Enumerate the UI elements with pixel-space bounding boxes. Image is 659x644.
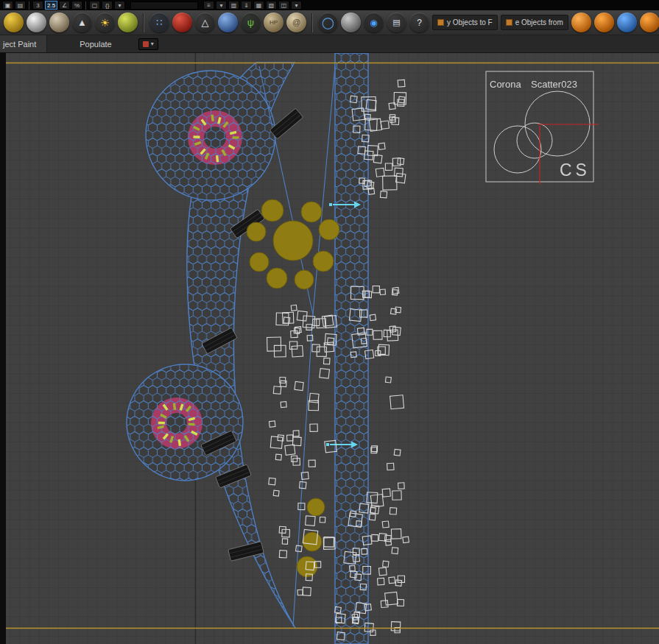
plant-canopy[interactable] bbox=[267, 268, 287, 289]
orange-sphere-icon[interactable] bbox=[571, 13, 591, 32]
nautilus-icon-glyph: @ bbox=[292, 18, 300, 26]
schematic-view-icon[interactable]: ▧ bbox=[266, 1, 277, 10]
angle-snap-toggle[interactable]: ∠ bbox=[59, 1, 70, 10]
logo-word-2: Scatter023 bbox=[531, 79, 577, 90]
fuzzy-ball-icon[interactable] bbox=[218, 13, 238, 32]
flower-tick bbox=[188, 422, 194, 425]
cone-icon-glyph: ▲ bbox=[77, 18, 87, 27]
toolbar-separator bbox=[85, 1, 86, 10]
pyramid-icon[interactable]: △ bbox=[195, 13, 215, 32]
hp-shell-icon[interactable]: HP bbox=[264, 13, 283, 32]
mirror-icon[interactable]: ≡ bbox=[203, 1, 214, 10]
help-icon[interactable]: ? bbox=[409, 13, 429, 32]
named-selection-icon[interactable]: {} bbox=[102, 1, 113, 10]
display-list-icon[interactable]: ▤ bbox=[387, 13, 406, 32]
snap-25d-toggle[interactable]: 2.5 bbox=[45, 1, 57, 10]
chevron-down-icon: ▾ bbox=[151, 40, 154, 47]
logo-word-1: Corona bbox=[490, 79, 521, 90]
planter-circle-top[interactable] bbox=[146, 71, 275, 200]
plant-canopy[interactable] bbox=[303, 532, 322, 551]
open-scene-icon[interactable]: ▤ bbox=[15, 1, 26, 10]
sphere-frame-icon[interactable] bbox=[341, 13, 361, 32]
align-dropdown[interactable]: ▾ bbox=[216, 1, 227, 10]
teapot-icon[interactable] bbox=[4, 13, 24, 32]
seashell-icon[interactable] bbox=[49, 13, 69, 32]
logo-monogram: CS bbox=[560, 160, 591, 180]
plant-canopy[interactable] bbox=[319, 219, 339, 240]
red-scatter-icon[interactable] bbox=[172, 13, 192, 32]
orange-sphere3-icon[interactable] bbox=[640, 13, 659, 32]
toolbar-dock-area[interactable] bbox=[130, 1, 198, 10]
material-editor-icon[interactable]: ◫ bbox=[278, 1, 289, 10]
grass-icon-glyph: ψ bbox=[247, 18, 254, 27]
dot-frame-icon-glyph: ◉ bbox=[370, 18, 377, 27]
dropdown-label: e Objects from bbox=[515, 18, 563, 26]
render-setup-dropdown[interactable]: ▾ bbox=[291, 1, 302, 10]
dots-grid-icon-glyph: ∷ bbox=[156, 18, 162, 27]
flower-tick bbox=[158, 422, 165, 425]
ring-icon-glyph: ◯ bbox=[322, 17, 334, 28]
display-list-icon-glyph: ▤ bbox=[392, 18, 400, 26]
viewport-grid bbox=[0, 53, 659, 644]
grass-icon[interactable]: ψ bbox=[241, 13, 261, 32]
main-toolbar: ▲☀∷△ψHP@◯◉▤?y Objects to Fe Objects from bbox=[0, 10, 659, 35]
pyramid-icon-glyph: △ bbox=[202, 18, 209, 27]
olive-sphere-icon[interactable] bbox=[118, 13, 138, 32]
viewport-left-edge bbox=[0, 53, 6, 644]
tab-object-paint[interactable]: ject Paint bbox=[0, 35, 47, 52]
globe-icon[interactable] bbox=[617, 13, 637, 32]
hp-shell-icon-glyph: HP bbox=[269, 20, 278, 26]
toolbar-separator bbox=[311, 13, 313, 32]
viewport-top[interactable]: Corona Scatter023 CS bbox=[0, 53, 659, 644]
dropdown-label: y Objects to F bbox=[447, 18, 493, 26]
toolbar-separator bbox=[29, 1, 29, 10]
new-scene-icon[interactable]: ▣ bbox=[2, 1, 13, 10]
flower-tick bbox=[233, 136, 239, 138]
graphite-ribbon-toggle[interactable]: ⇓ bbox=[241, 1, 252, 10]
plant-canopy[interactable] bbox=[250, 252, 269, 272]
copy-objects-dropdown[interactable]: y Objects to F bbox=[432, 15, 498, 30]
tab-populate[interactable]: Populate bbox=[69, 35, 121, 52]
snap-toolbar: ▣▤32.5∠%▢{}▾≡▾▥⇓▦▧◫▾ bbox=[0, 0, 659, 10]
plant-canopy[interactable] bbox=[307, 498, 325, 516]
sun-icon-glyph: ☀ bbox=[100, 18, 110, 28]
curve-editor-icon[interactable]: ▦ bbox=[253, 1, 264, 10]
nautilus-icon[interactable]: @ bbox=[286, 13, 306, 32]
viewport-canvas[interactable]: Corona Scatter023 CS bbox=[0, 53, 659, 644]
plant-canopy[interactable] bbox=[273, 221, 313, 261]
sun-icon[interactable]: ☀ bbox=[95, 13, 115, 32]
spinner-snap-toggle[interactable]: ▢ bbox=[89, 1, 100, 10]
sphere-icon[interactable] bbox=[27, 13, 46, 32]
planter-circle-bottom[interactable] bbox=[127, 364, 243, 481]
plant-canopy[interactable] bbox=[301, 202, 322, 222]
percent-snap-toggle[interactable]: % bbox=[71, 1, 82, 10]
plant-canopy[interactable] bbox=[313, 251, 334, 272]
dots-grid-icon[interactable]: ∷ bbox=[149, 13, 169, 32]
plant-canopy[interactable] bbox=[247, 222, 266, 241]
ribbon-overflow-button[interactable]: ▾ bbox=[138, 38, 158, 50]
plant-canopy[interactable] bbox=[261, 199, 283, 222]
selection-set-dropdown[interactable]: ▾ bbox=[114, 1, 125, 10]
toolbar-separator bbox=[143, 13, 144, 32]
objects-from-dropdown[interactable]: e Objects from bbox=[501, 15, 568, 30]
ribbon-tab-bar: ject Paint Populate ▾ bbox=[0, 35, 659, 53]
help-icon-glyph: ? bbox=[417, 18, 422, 27]
plant-canopy[interactable] bbox=[295, 270, 314, 289]
layer-manager-icon[interactable]: ▥ bbox=[228, 1, 239, 10]
cone-icon[interactable]: ▲ bbox=[72, 13, 92, 32]
dropdown-mini-icon bbox=[506, 19, 512, 26]
ring-icon[interactable]: ◯ bbox=[318, 13, 338, 32]
orange-sphere2-icon[interactable] bbox=[594, 13, 614, 32]
dropdown-mini-icon bbox=[437, 19, 444, 26]
flower-tick bbox=[193, 135, 200, 138]
ribbon-mini-icon bbox=[143, 41, 149, 47]
max-window: ▣▤32.5∠%▢{}▾≡▾▥⇓▦▧◫▾ ▲☀∷△ψHP@◯◉▤?y Objec… bbox=[0, 0, 659, 644]
snap-3d-toggle[interactable]: 3 bbox=[32, 1, 43, 10]
dot-frame-icon[interactable]: ◉ bbox=[364, 13, 384, 32]
